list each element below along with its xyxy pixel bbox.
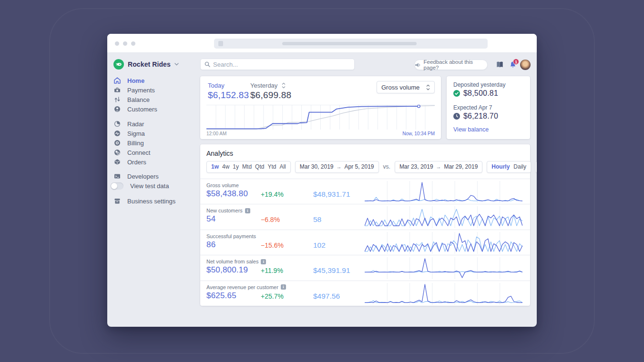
address-text-placeholder [282, 42, 417, 45]
expected-label: Expected Apr 7 [453, 104, 492, 111]
primary-date-range-picker[interactable]: Mar 30, 2019 → Apr 5, 2019 [295, 161, 379, 173]
sidebar-item-home[interactable]: Home [113, 76, 199, 85]
metric-compare-value: 58 [313, 215, 321, 224]
granularity-hourly[interactable]: Hourly [491, 163, 510, 170]
range-option-4w[interactable]: 4w [222, 163, 229, 170]
metric-select[interactable]: Gross volume [377, 81, 435, 93]
new-customers-sparkline [365, 206, 522, 228]
primary-range-start: Mar 30, 2019 [300, 163, 334, 170]
metric-label: New customers [206, 208, 243, 213]
address-bar[interactable] [214, 39, 488, 49]
today-overview-card: Today $6,152.83 Yesterday $6,699.88 Gros… [200, 76, 441, 139]
compare-range-start: Mar 23, 2019 [399, 163, 433, 170]
granularity-daily[interactable]: Daily [513, 163, 526, 170]
notification-badge: 1 [513, 59, 519, 65]
metric-value: $625.65 [206, 291, 236, 301]
billing-icon [113, 140, 121, 146]
sidebar-item-developers[interactable]: Developers [113, 171, 199, 181]
customize-button[interactable]: Customize [535, 161, 537, 173]
metric-row-new-customers[interactable]: New customersi 54 −6.8% 58 [200, 204, 530, 229]
average-revenue-sparkline [365, 283, 522, 305]
sidebar-item-label: Customers [127, 106, 157, 113]
check-circle-icon [453, 90, 460, 97]
sidebar-item-label: Orders [127, 159, 146, 166]
sidebar-item-label: Connect [127, 149, 150, 156]
feedback-button[interactable]: Feedback about this page? [414, 60, 488, 70]
sort-updown-icon[interactable] [282, 82, 286, 89]
deposited-label: Deposited yesterday [453, 81, 505, 88]
business-settings-icon [113, 198, 121, 204]
gross-volume-sparkline [365, 181, 522, 203]
metric-delta: +11.9% [261, 267, 283, 274]
range-option-1w[interactable]: 1w [211, 163, 219, 170]
account-switcher[interactable]: Rocket Rides [113, 59, 179, 70]
metric-delta: +19.4% [261, 191, 284, 198]
sidebar-item-sigma[interactable]: Sigma [113, 129, 199, 138]
info-icon[interactable]: i [281, 284, 286, 290]
expected-value: $6,218.70 [463, 112, 498, 121]
metric-compare-value: $45,391.91 [313, 266, 350, 275]
compare-range-end: Mar 29, 2019 [444, 163, 478, 170]
user-avatar[interactable] [520, 60, 531, 70]
view-balance-link[interactable]: View balance [453, 126, 489, 133]
metric-delta: −6.8% [261, 216, 280, 223]
metric-delta: −15.6% [261, 241, 284, 249]
desktop-background: Rocket Rides Home Payments Balance Custo… [0, 0, 644, 362]
sidebar-item-label: Balance [127, 96, 150, 103]
sidebar-item-business-settings[interactable]: Business settings [113, 196, 199, 206]
metric-delta: +25.7% [261, 292, 284, 300]
info-icon[interactable]: i [261, 259, 266, 264]
sidebar-item-connect[interactable]: Connect [113, 148, 199, 157]
sidebar-item-payments[interactable]: Payments [113, 85, 199, 95]
metric-select-value: Gross volume [381, 84, 419, 91]
search-input[interactable] [213, 61, 350, 68]
toggle-knob [111, 183, 117, 189]
book-icon [496, 61, 504, 69]
sidebar-item-view-test-data[interactable]: View test data [113, 181, 199, 191]
metric-row-successful-payments[interactable]: Successful payments 86 −15.6% 102 [200, 230, 530, 255]
browser-titlebar [107, 34, 537, 53]
global-search[interactable] [200, 59, 355, 70]
docs-button[interactable] [496, 61, 504, 70]
compare-date-range-picker[interactable]: Mar 23, 2019 → Mar 29, 2019 [395, 161, 482, 173]
range-option-ytd[interactable]: Ytd [267, 163, 276, 170]
feedback-label: Feedback about this page? [424, 59, 488, 70]
sidebar-nav: Home Payments Balance Customers Radar [113, 76, 199, 206]
browser-window: Rocket Rides Home Payments Balance Custo… [107, 34, 537, 327]
chevron-down-icon [174, 63, 179, 66]
sidebar-item-balance[interactable]: Balance [113, 95, 199, 104]
sidebar-item-label: Billing [127, 140, 144, 147]
arrow-right-icon: → [436, 164, 442, 170]
sidebar-item-billing[interactable]: Billing [113, 138, 199, 148]
range-option-all[interactable]: All [279, 163, 286, 170]
sidebar-item-label: Payments [127, 87, 155, 94]
metric-row-gross-volume[interactable]: Gross volume $58,438.80 +19.4% $48,931.7… [200, 179, 530, 204]
metric-row-average-revenue[interactable]: Average revenue per customeri $625.65 +2… [200, 281, 530, 306]
radar-icon [113, 121, 121, 127]
test-data-toggle[interactable] [111, 182, 123, 190]
notifications-button[interactable]: 1 [509, 61, 517, 71]
favicon-placeholder [218, 41, 223, 46]
info-icon[interactable]: i [245, 208, 250, 213]
metric-row-net-volume[interactable]: Net volume from salesi $50,800.19 +11.9%… [200, 255, 530, 280]
developers-terminal-icon [113, 173, 121, 180]
range-option-1y[interactable]: 1y [233, 163, 239, 170]
x-axis-end-label: Now, 10:34 PM [402, 131, 435, 136]
sigma-icon [113, 130, 121, 137]
sidebar-section-gap [113, 191, 199, 196]
metric-value: 54 [206, 214, 215, 224]
window-minimize-button[interactable] [123, 41, 127, 46]
gross-volume-line-chart[interactable] [206, 105, 435, 130]
window-zoom-button[interactable] [131, 41, 135, 46]
sidebar-item-label: Developers [127, 173, 159, 180]
window-close-button[interactable] [115, 41, 119, 46]
range-option-qtd[interactable]: Qtd [255, 163, 264, 170]
analytics-filter-bar: 1w 4w 1y Mtd Qtd Ytd All Mar 30, 2019 → … [206, 161, 524, 173]
customers-icon [113, 106, 121, 112]
metric-value: 86 [206, 240, 215, 250]
sidebar-item-radar[interactable]: Radar [113, 119, 199, 129]
home-icon [113, 77, 121, 84]
sidebar-item-orders[interactable]: Orders [113, 157, 199, 167]
range-option-mtd[interactable]: Mtd [242, 163, 252, 170]
sidebar-item-customers[interactable]: Customers [113, 104, 199, 114]
